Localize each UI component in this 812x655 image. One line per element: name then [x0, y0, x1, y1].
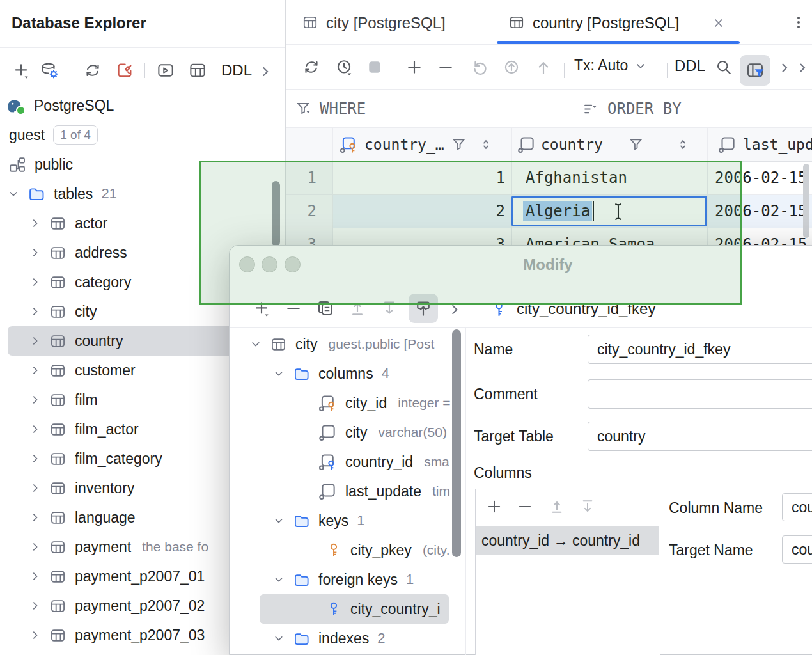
- column-header-label: country: [541, 136, 603, 153]
- columns-mapping-box: country_id → country_id: [475, 489, 660, 655]
- mapping-remove-button[interactable]: [514, 496, 536, 517]
- jump-to-console-button[interactable]: [155, 59, 176, 81]
- disconnect-button[interactable]: [114, 59, 136, 81]
- ddl-button[interactable]: DDL: [675, 57, 705, 75]
- window-zoom-button[interactable]: [285, 256, 301, 272]
- add-row-button[interactable]: [403, 56, 425, 78]
- tab-city[interactable]: city [PostgreSQL]: [294, 0, 480, 44]
- cell-country[interactable]: Afghanistan: [526, 161, 705, 194]
- tree-item-label: city_country_i: [350, 601, 441, 618]
- table-icon: [49, 362, 66, 379]
- where-filter-input[interactable]: WHERE: [286, 90, 550, 127]
- mapping-row[interactable]: country_id → country_id: [476, 526, 659, 555]
- tx-mode-select[interactable]: Tx: Auto: [574, 57, 647, 74]
- column-header-last-update[interactable]: last_update: [707, 128, 812, 161]
- dialog-tree-item-city-table[interactable]: city guest.public [Post: [230, 329, 465, 359]
- cell-last-update[interactable]: 2006-02-15 09:44:00: [715, 194, 812, 228]
- table-icon: [49, 303, 66, 320]
- dialog-remove-button[interactable]: [283, 297, 304, 319]
- dialog-tree-item-indexes[interactable]: indexes 2: [230, 624, 465, 653]
- modify-dialog: Modify city: [229, 245, 812, 655]
- row-number[interactable]: 2: [286, 194, 316, 228]
- target-table-field[interactable]: country: [588, 422, 812, 451]
- tab-country[interactable]: country [PostgreSQL]: [497, 0, 740, 44]
- refresh-button[interactable]: [82, 59, 104, 81]
- column-header-label: country_…: [364, 136, 444, 153]
- comment-field[interactable]: [588, 379, 812, 409]
- cell-country-id[interactable]: 1: [339, 161, 505, 194]
- table-icon: [49, 244, 66, 262]
- table-view-button[interactable]: [187, 59, 208, 81]
- cell-last-update[interactable]: 2006-02-15 09:44:00: [715, 161, 812, 194]
- chevron-right-icon[interactable]: [792, 57, 812, 79]
- dialog-toolbar-more-chevron[interactable]: [444, 299, 465, 320]
- tree-item-guest[interactable]: guest 1 of 4: [0, 120, 285, 150]
- column-filter-icon[interactable]: [628, 136, 644, 153]
- column-icon: [318, 423, 337, 442]
- tree-item-label: tables: [54, 185, 93, 203]
- dialog-navigate-to-parent-button[interactable]: [409, 294, 438, 323]
- dialog-tree-item-last-update[interactable]: last_update tim: [230, 477, 465, 506]
- order-by-input[interactable]: ORDER BY: [550, 90, 812, 127]
- tree-item-tables-folder[interactable]: tables 21: [0, 179, 285, 209]
- table-icon: [270, 336, 287, 353]
- tree-item-label: film_category: [75, 450, 162, 468]
- dialog-tree-item-city-country-fkey[interactable]: city_country_i: [230, 594, 465, 624]
- window-minimize-button[interactable]: [262, 256, 277, 272]
- dialog-tree-item-keys[interactable]: keys 1: [230, 506, 465, 535]
- tree-item-public[interactable]: public: [0, 150, 285, 179]
- foreign-key-icon: [325, 601, 342, 617]
- dialog-tree-item-foreign-keys[interactable]: foreign keys 1: [230, 565, 465, 594]
- query-history-button[interactable]: [333, 56, 355, 78]
- table-icon: [49, 333, 66, 350]
- dialog-tree-item-city-id[interactable]: city_id integer =: [230, 388, 465, 418]
- column-sort-icon[interactable]: [675, 137, 691, 152]
- dialog-tree-item-country-id[interactable]: country_id sma: [230, 447, 465, 477]
- row-number[interactable]: 1: [286, 161, 316, 194]
- column-icon: [717, 135, 737, 154]
- target-name-field[interactable]: country_id: [782, 535, 812, 564]
- sidebar-item-actor[interactable]: actor: [0, 209, 285, 238]
- window-close-button[interactable]: [239, 256, 255, 272]
- column-header-country-id[interactable]: country_…: [332, 128, 511, 161]
- delete-row-button[interactable]: [435, 56, 457, 78]
- dialog-tree-item-city-column[interactable]: city varchar(50): [230, 418, 465, 447]
- tree-item-label: columns: [318, 365, 373, 383]
- cell-country-id[interactable]: 2: [339, 194, 505, 228]
- table-icon: [302, 14, 318, 31]
- add-datasource-button[interactable]: [10, 59, 32, 81]
- dialog-add-button[interactable]: [251, 297, 272, 319]
- chevron-right-icon: [29, 247, 41, 258]
- column-filter-icon[interactable]: [451, 136, 467, 153]
- table-icon: [49, 627, 66, 644]
- tree-item-postgresql[interactable]: PostgreSQL: [0, 91, 285, 120]
- tree-item-label: actor: [75, 215, 107, 232]
- ddl-toggle[interactable]: DDL: [221, 61, 252, 79]
- target-table-value: country: [597, 428, 645, 445]
- kebab-menu-icon[interactable]: [791, 15, 806, 30]
- tree-item-label: inventory: [75, 480, 134, 497]
- filter-panel-toggle[interactable]: [740, 55, 770, 86]
- dialog-tree-item-columns[interactable]: columns 4: [230, 359, 465, 388]
- explorer-scrollbar-thumb[interactable]: [272, 181, 280, 246]
- toolbar-more-chevron[interactable]: [254, 61, 276, 83]
- tree-item-label: payment_p2007_03: [75, 627, 205, 644]
- close-icon[interactable]: [712, 16, 726, 30]
- grid-scrollbar-thumb[interactable]: [803, 164, 809, 238]
- tx-mode-label: Tx: Auto: [574, 57, 628, 74]
- tree-item-count: 1: [406, 571, 414, 588]
- dialog-tree-item-city-pkey[interactable]: city_pkey (city.: [230, 535, 465, 565]
- datasource-properties-button[interactable]: [38, 59, 60, 81]
- dialog-duplicate-button[interactable]: [315, 297, 336, 319]
- mapping-add-button[interactable]: [483, 496, 505, 517]
- column-sort-icon[interactable]: [478, 137, 494, 152]
- name-field[interactable]: city_country_id_fkey: [588, 335, 812, 364]
- column-name-field[interactable]: country_id: [782, 493, 812, 521]
- reload-data-button[interactable]: [301, 56, 322, 78]
- submit-button: [501, 56, 522, 78]
- tree-item-label: city: [345, 424, 368, 441]
- column-header-country[interactable]: country: [511, 128, 707, 161]
- search-icon[interactable]: [713, 56, 735, 78]
- dialog-tree-scrollbar-thumb[interactable]: [452, 329, 461, 557]
- cell-editor[interactable]: Algeria: [511, 196, 707, 226]
